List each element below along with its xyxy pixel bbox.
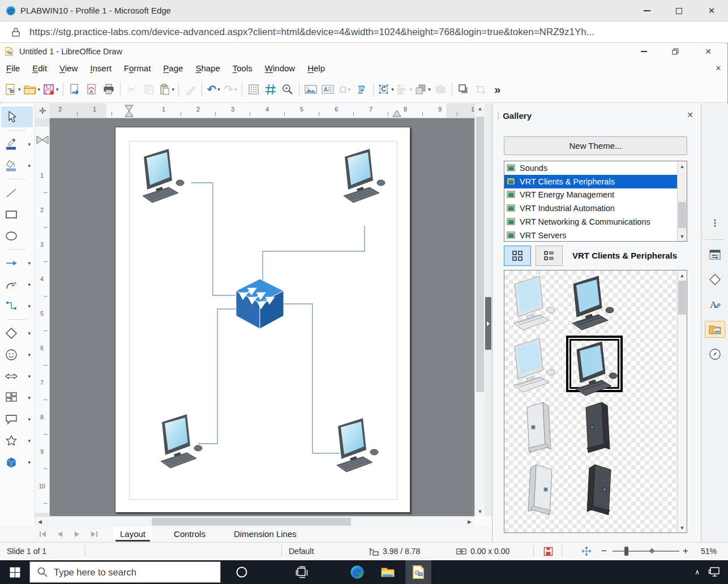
tool-fill-color-button[interactable]: ▾ (1, 155, 33, 176)
toolbar-export-button[interactable] (66, 80, 83, 98)
last-slide-button[interactable] (89, 530, 99, 539)
toolbar-open-folder-button[interactable]: ▾ (22, 80, 42, 98)
tool-symbol-shapes-button[interactable]: ▾ (1, 344, 33, 365)
canvas-vertical-scrollbar[interactable]: ▲ ▼ (474, 104, 485, 516)
zoom-out-button[interactable]: − (601, 543, 607, 560)
gallery-thumbnail-tower-computer-dark[interactable] (570, 400, 627, 456)
theme-item-vrt-energy-management[interactable]: VRT Energy Management (504, 188, 687, 202)
toolbar-export-pdf-button[interactable]: A (83, 80, 100, 98)
chevron-down-icon[interactable]: ▾ (348, 87, 351, 92)
ruler-origin-button[interactable]: ✛ (35, 104, 50, 118)
chevron-down-icon[interactable]: ▾ (28, 163, 31, 169)
menu-page[interactable]: Page (157, 61, 189, 75)
previous-slide-button[interactable] (55, 530, 65, 539)
toolbar-save-button[interactable]: ▾ (41, 80, 60, 98)
sidebar-gallery-tab-button[interactable] (705, 321, 725, 338)
gallery-thumbnail-tower-computer-dark[interactable] (570, 462, 627, 518)
chevron-down-icon[interactable]: ▾ (28, 260, 31, 266)
tool-line-color-button[interactable]: ▾ (1, 134, 33, 154)
task-view-button[interactable] (289, 560, 315, 584)
first-slide-button[interactable] (38, 530, 48, 539)
chevron-down-icon[interactable]: ▾ (28, 352, 31, 358)
scroll-up-icon[interactable]: ▲ (678, 161, 687, 171)
toolbar-overflow-chevron-button[interactable]: » (489, 80, 506, 98)
gallery-thumbnail-desktop-computer-light[interactable] (509, 337, 566, 394)
theme-item-vrt-servers[interactable]: VRT Servers (504, 229, 687, 242)
network-diagram[interactable] (115, 127, 411, 513)
thumbnails-scrollbar[interactable]: ▲ ▼ (677, 270, 687, 533)
tab-dimension-lines[interactable]: Dimension Lines (227, 527, 303, 542)
menu-window[interactable]: Window (259, 61, 301, 75)
scroll-down-icon[interactable]: ▼ (475, 506, 485, 516)
show-hidden-icons-button[interactable]: ∧ (695, 568, 700, 576)
theme-item-vrt-clients-peripherals[interactable]: VRT Clients & Peripherals (504, 175, 687, 188)
tool-callouts-button[interactable]: ▾ (1, 409, 33, 430)
chevron-down-icon[interactable]: ▾ (217, 87, 220, 92)
scroll-right-icon[interactable]: ▶ (465, 517, 474, 527)
menu-view[interactable]: View (53, 61, 84, 75)
chevron-down-icon[interactable]: ▾ (391, 87, 394, 92)
tool-block-arrows-button[interactable]: ▾ (1, 366, 33, 387)
gallery-thumbnail-desktop-computer-dark-selected[interactable] (566, 336, 623, 392)
toolbar-undo-button[interactable]: ↶▾ (205, 80, 222, 98)
scroll-up-icon[interactable]: ▲ (475, 104, 485, 113)
chevron-down-icon[interactable]: ▾ (28, 438, 31, 444)
gallery-thumbnail-desktop-computer-light[interactable] (509, 275, 566, 332)
toolbar-print-button[interactable] (100, 80, 117, 98)
gallery-thumbnail-monitor-partial-light[interactable] (520, 525, 577, 533)
chevron-down-icon[interactable]: ▾ (56, 87, 59, 92)
menu-format[interactable]: Format (118, 61, 157, 75)
toolbar-insert-image-button[interactable] (302, 80, 319, 98)
icon-view-toggle[interactable] (504, 246, 531, 266)
toolbar-transformations-button[interactable]: ▾ (376, 80, 395, 98)
tool-connector-button[interactable]: ▾ (1, 295, 33, 316)
edge-close-button[interactable]: ✕ (699, 0, 725, 22)
sidebar-properties-tab-button[interactable] (705, 246, 725, 263)
toolbar-new-document-button[interactable]: ▾ (3, 80, 22, 98)
tab-controls[interactable]: Controls (167, 527, 212, 542)
sidebar-shapes-tab-button[interactable] (705, 271, 725, 288)
thumbnails-scroll-thumb[interactable] (678, 281, 686, 315)
toolbar-fontwork-button[interactable]: F (353, 80, 370, 98)
list-view-toggle[interactable] (536, 246, 563, 266)
toolbar-display-grid-button[interactable] (245, 80, 262, 98)
vertical-scroll-thumb[interactable] (476, 117, 484, 392)
tool-ellipse-button[interactable] (1, 225, 33, 246)
app-minimize-button[interactable] (631, 44, 656, 59)
app-restore-button[interactable] (663, 44, 688, 59)
theme-list-scrollbar[interactable]: ▲ ▼ (677, 161, 687, 241)
cortana-button[interactable] (229, 560, 255, 584)
toolbar-paste-button[interactable]: ▾ (157, 80, 176, 98)
page-style[interactable]: Default (289, 543, 314, 560)
app-close-button[interactable]: ✕ (696, 44, 721, 59)
gallery-thumbnail-monitor-partial-dark[interactable] (579, 525, 636, 533)
menu-insert[interactable]: Insert (84, 61, 118, 75)
unsaved-changes-indicator[interactable] (543, 543, 553, 560)
scroll-left-icon[interactable]: ◀ (35, 517, 45, 527)
taskbar-edge-button[interactable] (344, 560, 370, 584)
theme-scroll-thumb[interactable] (678, 202, 686, 228)
toolbar-arrange-button[interactable]: ▾ (413, 80, 432, 98)
tool-stars-button[interactable]: ▾ (1, 430, 33, 451)
scroll-down-icon[interactable]: ▼ (678, 523, 687, 533)
toolbar-zoom-button[interactable] (279, 80, 296, 98)
toolbar-insert-textbox-button[interactable]: A (319, 80, 336, 98)
tool-basic-shapes-button[interactable]: ▾ (1, 323, 33, 343)
gallery-close-icon[interactable]: ✕ (687, 110, 693, 119)
close-document-button[interactable]: ✕ (712, 62, 725, 74)
chevron-down-icon[interactable]: ▾ (428, 87, 431, 92)
next-slide-button[interactable] (72, 530, 82, 539)
zoom-level[interactable]: 51% (701, 543, 717, 560)
chevron-down-icon[interactable]: ▾ (234, 87, 237, 92)
chevron-down-icon[interactable]: ▾ (28, 282, 31, 287)
zoom-slider-thumb[interactable] (624, 547, 628, 556)
vertical-ruler[interactable]: 12345678910 (35, 118, 50, 516)
scroll-up-icon[interactable]: ▲ (678, 270, 687, 280)
new-theme-button[interactable]: New Theme... (504, 136, 687, 155)
edge-minimize-button[interactable] (634, 0, 660, 22)
edge-maximize-button[interactable] (666, 0, 692, 22)
chevron-down-icon[interactable]: ▾ (18, 87, 21, 92)
chevron-down-icon[interactable]: ▾ (38, 87, 41, 92)
taskbar-libreoffice-button[interactable] (405, 560, 431, 584)
edge-url-bar[interactable]: https://stg.practice-labs.com/device-adv… (0, 22, 728, 43)
